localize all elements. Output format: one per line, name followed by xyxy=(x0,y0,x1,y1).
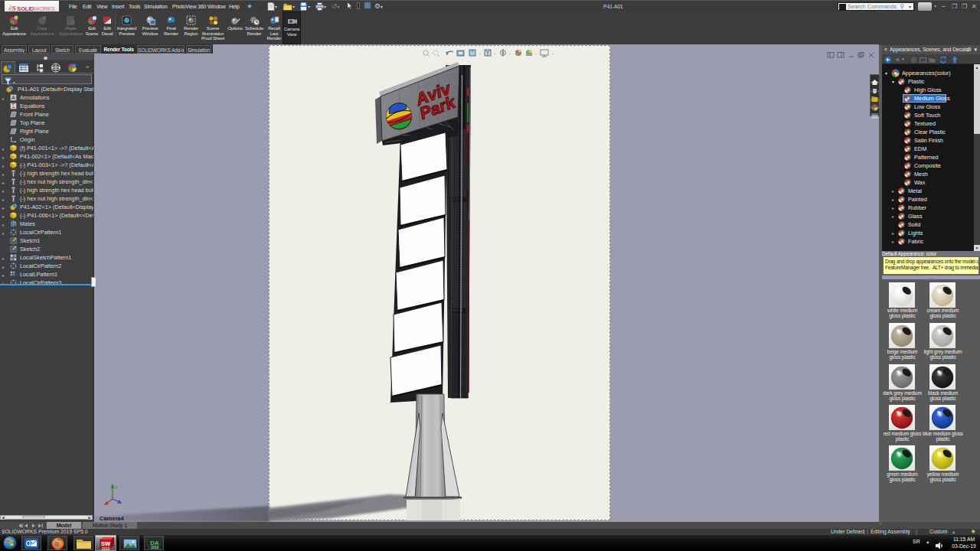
svg-text:-: - xyxy=(552,51,554,56)
svg-text:-: - xyxy=(479,51,482,56)
svg-text:-: - xyxy=(535,51,537,56)
svg-text:-: - xyxy=(509,51,511,56)
svg-text:2019: 2019 xyxy=(102,547,110,551)
svg-text:A: A xyxy=(11,94,15,101)
svg-text:-: - xyxy=(494,51,496,56)
svg-text:Σ: Σ xyxy=(11,103,15,109)
svg-text:2: 2 xyxy=(115,485,118,490)
svg-text:2019: 2019 xyxy=(151,546,159,549)
